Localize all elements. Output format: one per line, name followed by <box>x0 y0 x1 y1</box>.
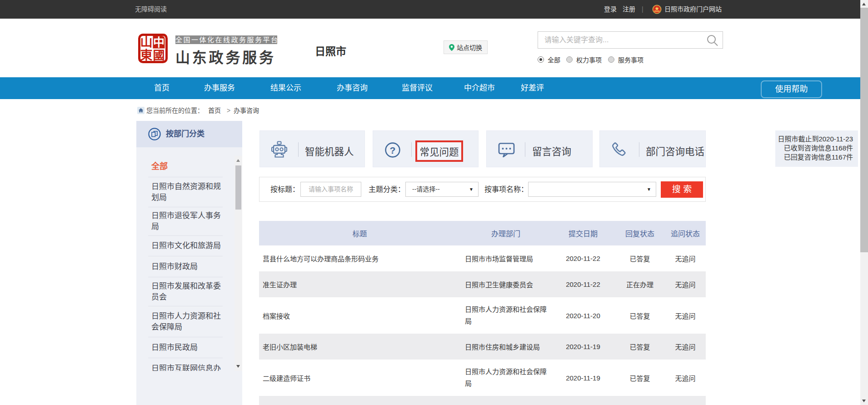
svg-text:山: 山 <box>140 35 153 49</box>
svg-text:東: 東 <box>140 49 153 62</box>
svg-text:?: ? <box>390 145 396 155</box>
svg-text:中: 中 <box>153 36 165 49</box>
svg-text:國: 國 <box>153 49 165 62</box>
